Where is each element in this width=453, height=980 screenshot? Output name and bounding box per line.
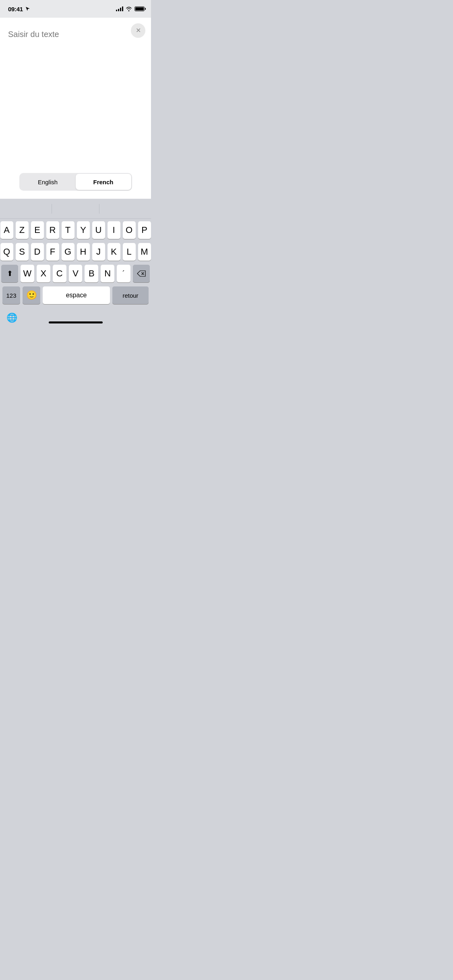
- globe-icon[interactable]: 🌐: [6, 313, 17, 323]
- status-bar: 09:41: [0, 0, 151, 18]
- predictive-divider-right: [99, 204, 99, 214]
- language-toggle: English French: [19, 173, 132, 191]
- key-V[interactable]: V: [69, 265, 83, 282]
- key-L[interactable]: L: [123, 243, 136, 261]
- status-time: 09:41: [8, 6, 23, 12]
- french-option[interactable]: French: [76, 174, 131, 190]
- close-button[interactable]: ✕: [131, 23, 145, 38]
- key-K[interactable]: K: [108, 243, 120, 261]
- key-E[interactable]: E: [31, 221, 44, 239]
- key-row-1: A Z E R T Y U I O P: [1, 221, 150, 239]
- predictive-bar: [0, 199, 151, 219]
- key-U[interactable]: U: [92, 221, 105, 239]
- key-row-bottom: 123 🙂 espace retour: [1, 286, 150, 304]
- key-M[interactable]: M: [138, 243, 151, 261]
- close-icon: ✕: [136, 27, 141, 34]
- key-O[interactable]: O: [123, 221, 136, 239]
- key-C[interactable]: C: [53, 265, 66, 282]
- key-H[interactable]: H: [77, 243, 90, 261]
- english-option[interactable]: English: [20, 174, 76, 190]
- status-icons: [116, 6, 145, 11]
- key-W[interactable]: W: [21, 265, 34, 282]
- text-input[interactable]: [0, 18, 151, 167]
- key-I[interactable]: I: [108, 221, 120, 239]
- wifi-icon: [126, 6, 132, 11]
- emoji-key[interactable]: 🙂: [23, 286, 40, 304]
- key-X[interactable]: X: [37, 265, 50, 282]
- language-toggle-container: English French: [0, 167, 151, 199]
- key-N[interactable]: N: [101, 265, 114, 282]
- keyboard-area: A Z E R T Y U I O P Q S D F G H J K L M …: [0, 199, 151, 327]
- key-row-2: Q S D F G H J K L M: [1, 243, 150, 261]
- keyboard-footer: 🌐: [0, 308, 151, 327]
- key-accent[interactable]: ´: [117, 265, 130, 282]
- key-J[interactable]: J: [92, 243, 105, 261]
- predictive-divider-left: [52, 204, 52, 214]
- key-row-3: ⬆ W X C V B N ´: [1, 265, 150, 282]
- key-P[interactable]: P: [138, 221, 151, 239]
- home-indicator: [49, 321, 103, 323]
- key-Z[interactable]: Z: [16, 221, 29, 239]
- key-B[interactable]: B: [85, 265, 98, 282]
- location-arrow-icon: [25, 6, 30, 11]
- num-key[interactable]: 123: [2, 286, 20, 304]
- key-T[interactable]: T: [62, 221, 74, 239]
- battery-icon: [134, 6, 145, 11]
- space-key[interactable]: espace: [43, 286, 110, 304]
- key-A[interactable]: A: [0, 221, 13, 239]
- key-S[interactable]: S: [16, 243, 29, 261]
- key-D[interactable]: D: [31, 243, 44, 261]
- keyboard: A Z E R T Y U I O P Q S D F G H J K L M …: [0, 219, 151, 308]
- delete-key[interactable]: [133, 265, 150, 282]
- key-F[interactable]: F: [46, 243, 59, 261]
- key-Q[interactable]: Q: [0, 243, 13, 261]
- content-area: ✕: [0, 18, 151, 167]
- backspace-icon: [137, 270, 146, 277]
- key-G[interactable]: G: [62, 243, 74, 261]
- return-key[interactable]: retour: [112, 286, 149, 304]
- key-R[interactable]: R: [46, 221, 59, 239]
- signal-bars-icon: [116, 6, 123, 11]
- key-Y[interactable]: Y: [77, 221, 90, 239]
- shift-key[interactable]: ⬆: [1, 265, 18, 282]
